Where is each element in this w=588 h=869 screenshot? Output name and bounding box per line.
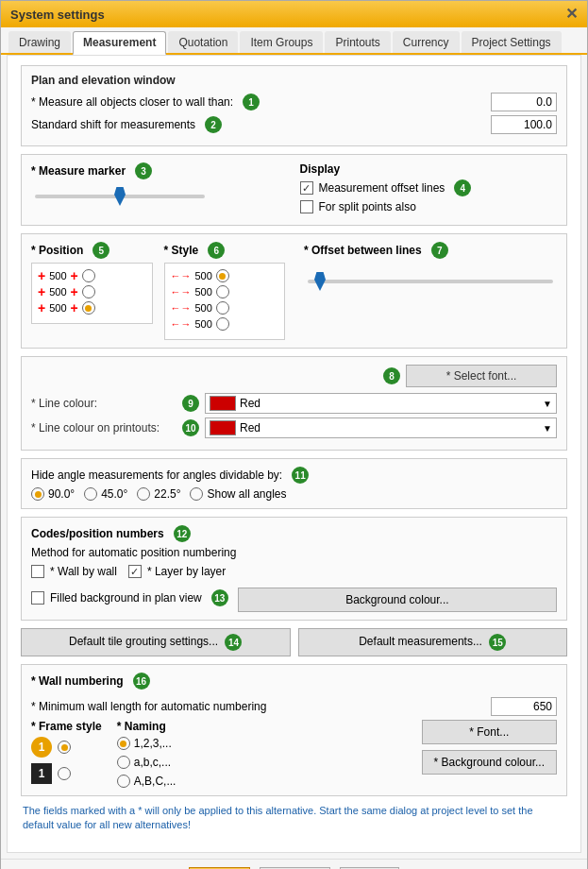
- pos-radio-3[interactable]: [82, 301, 95, 315]
- pos-radio-1[interactable]: [82, 269, 95, 282]
- measure-input[interactable]: [491, 93, 557, 111]
- filled-bg-checkbox-row: Filled background in plan view 13: [31, 589, 228, 606]
- font-bg-buttons: * Font... * Background colour...: [422, 720, 557, 775]
- style-val-4: 500: [195, 318, 212, 330]
- pos-item-3: + 500 +: [38, 301, 146, 315]
- badge-4: 4: [454, 179, 471, 196]
- filled-bg-checkbox[interactable]: [31, 591, 44, 605]
- background-colour-button[interactable]: Background colour...: [238, 588, 557, 612]
- line-colour-swatch: [210, 396, 236, 411]
- badge-10: 10: [182, 419, 199, 436]
- style-radio-2[interactable]: [216, 285, 229, 298]
- offset-slider[interactable]: [308, 272, 553, 291]
- footer-text: The fields marked with a * will only be …: [21, 804, 567, 833]
- layer-by-layer-row: * Layer by layer: [128, 565, 226, 578]
- naming-abc-lower-radio[interactable]: [117, 756, 130, 769]
- select-font-button[interactable]: * Select font...: [406, 365, 557, 387]
- angle-all-label: Show all angles: [207, 487, 286, 501]
- frame-square: 1: [31, 763, 52, 784]
- naming-abc-upper-radio[interactable]: [117, 775, 130, 788]
- angle-90-radio[interactable]: [31, 487, 44, 501]
- angles-title-row: Hide angle measurements for angles divid…: [31, 467, 557, 484]
- badge-3: 3: [135, 162, 152, 179]
- naming-section: * Naming 1,2,3,... a,b,c,... A,B,C,..: [117, 720, 407, 788]
- style-val-3: 500: [195, 302, 212, 314]
- angle-45[interactable]: 45.0°: [84, 487, 127, 501]
- angle-90[interactable]: 90.0°: [31, 487, 75, 501]
- default-tile-button[interactable]: Default tile grouting settings... 14: [21, 628, 291, 656]
- tab-bar: Drawing Measurement Quotation Item Group…: [1, 27, 587, 55]
- tab-project-settings[interactable]: Project Settings: [462, 31, 562, 53]
- measure-label: * Measure all objects closer to wall tha…: [31, 95, 233, 109]
- pos-radio-2[interactable]: [82, 285, 95, 298]
- frame-square-item: 1: [31, 763, 102, 784]
- cross-icon-6: +: [71, 301, 78, 315]
- frame-square-radio[interactable]: [58, 767, 71, 780]
- wall-by-wall-checkbox[interactable]: [31, 565, 44, 578]
- default-measurements-button[interactable]: Default measurements... 15: [298, 628, 568, 656]
- style-item-2: ←→ 500: [171, 285, 279, 298]
- font-button[interactable]: * Font...: [422, 720, 557, 744]
- shift-input[interactable]: [491, 115, 557, 134]
- badge-11: 11: [292, 467, 309, 484]
- tab-currency[interactable]: Currency: [393, 31, 460, 53]
- frame-circle-radio[interactable]: [58, 741, 71, 754]
- tab-drawing[interactable]: Drawing: [8, 31, 71, 53]
- wall-by-wall-row: * Wall by wall: [31, 565, 117, 578]
- line-colour-row: * Line colour: 9 Red ▼: [31, 393, 557, 414]
- line-colour-dropdown[interactable]: Red ▼: [205, 393, 557, 414]
- wall-numbering-section: * Wall numbering 16 * Minimum wall lengt…: [21, 664, 567, 796]
- split-points-row: For split points also: [300, 200, 558, 213]
- style-radio-1[interactable]: [216, 269, 229, 282]
- naming-123[interactable]: 1,2,3,...: [117, 737, 407, 750]
- display-label: Display: [300, 162, 341, 176]
- offset-label: * Offset between lines: [304, 244, 422, 257]
- min-length-row: * Minimum wall length for automatic numb…: [31, 697, 557, 716]
- naming-abc-upper[interactable]: A,B,C,...: [117, 775, 407, 788]
- filled-bg-label: Filled background in plan view: [50, 591, 202, 605]
- codes-subtitle: Method for automatic position numbering: [31, 546, 557, 559]
- offset-thumb[interactable]: [314, 272, 326, 291]
- marker-slider[interactable]: [35, 187, 205, 206]
- title-bar: System settings ✕: [1, 1, 587, 27]
- tab-measurement[interactable]: Measurement: [73, 31, 166, 55]
- line-colour-arrow: ▼: [543, 399, 552, 409]
- plan-elevation-title: Plan and elevation window: [31, 74, 557, 87]
- display-col: Display Measurement offset lines 4 For s…: [300, 162, 558, 217]
- style-label: * Style: [164, 244, 199, 257]
- angle-45-radio[interactable]: [84, 487, 97, 501]
- angle-show-all[interactable]: Show all angles: [190, 487, 286, 501]
- style-radio-3[interactable]: [216, 301, 229, 315]
- frame-style-section: * Frame style 1 1: [31, 720, 102, 784]
- angle-all-radio[interactable]: [190, 487, 203, 501]
- wall-bg-colour-button[interactable]: * Background colour...: [422, 750, 557, 775]
- footer-message: The fields marked with a * will only be …: [23, 805, 533, 830]
- window-title: System settings: [10, 8, 105, 22]
- shift-row: Standard shift for measurements 2: [31, 115, 557, 134]
- tab-quotation[interactable]: Quotation: [168, 31, 238, 53]
- naming-options: 1,2,3,... a,b,c,... A,B,C,...: [117, 737, 407, 788]
- angle-225-radio[interactable]: [137, 487, 150, 501]
- split-points-label: For split points also: [319, 200, 416, 213]
- split-points-checkbox[interactable]: [300, 200, 313, 213]
- close-button[interactable]: ✕: [565, 7, 578, 22]
- dialog-footer: OOK Cancel Help: [1, 859, 587, 869]
- naming-123-radio[interactable]: [117, 737, 130, 750]
- tab-printouts[interactable]: Printouts: [325, 31, 390, 53]
- badge-9: 9: [182, 395, 199, 412]
- tab-item-groups[interactable]: Item Groups: [240, 31, 323, 53]
- style-radio-4[interactable]: [216, 317, 229, 331]
- cross-icon-2: +: [71, 269, 78, 282]
- offset-lines-checkbox[interactable]: [300, 181, 313, 195]
- style-val-2: 500: [195, 286, 212, 298]
- marker-thumb[interactable]: [114, 187, 126, 206]
- angle-225[interactable]: 22.5°: [137, 487, 180, 501]
- pos-val-1: 500: [49, 270, 66, 281]
- line-colour-printouts-dropdown[interactable]: Red ▼: [205, 417, 557, 438]
- layer-by-layer-checkbox[interactable]: [128, 565, 142, 578]
- font-colour-section: 8 * Select font... * Line colour: 9 Red …: [21, 356, 567, 451]
- naming-abc-lower[interactable]: a,b,c,...: [117, 756, 407, 769]
- codes-section: Codes/position numbers 12 Method for aut…: [21, 517, 567, 621]
- min-length-input[interactable]: [491, 697, 557, 716]
- pos-val-2: 500: [49, 286, 66, 298]
